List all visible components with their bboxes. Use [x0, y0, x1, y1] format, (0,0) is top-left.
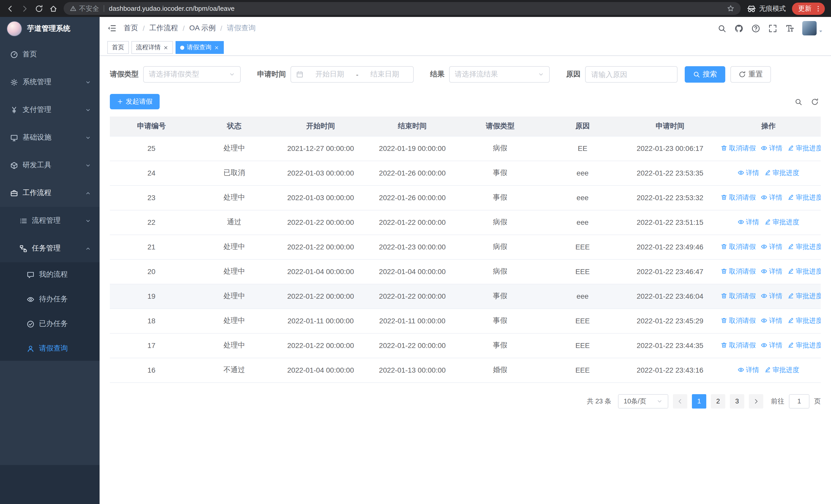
url-text: dashboard.yudao.iocoder.cn/bpm/oa/leave — [109, 5, 727, 12]
cancel-action[interactable]: 取消请假 — [721, 341, 756, 350]
cancel-action[interactable]: 取消请假 — [721, 316, 756, 325]
sidebar-item[interactable]: 研发工具 — [0, 151, 99, 179]
eye-icon — [761, 194, 768, 201]
column-header: 开始时间 — [276, 117, 366, 136]
reset-button[interactable]: 重置 — [730, 66, 771, 83]
progress-action[interactable]: 审批进度 — [787, 242, 821, 251]
detail-action[interactable]: 详情 — [761, 267, 782, 276]
security-warning[interactable]: 不安全 — [70, 4, 99, 13]
cancel-action[interactable]: 取消请假 — [721, 242, 756, 251]
tab[interactable]: 请假查询 — [175, 41, 224, 54]
sidebar-item[interactable]: 支付管理 — [0, 96, 99, 124]
action-label: 取消请假 — [729, 341, 756, 350]
breadcrumb-item: 请假查询 — [227, 24, 256, 33]
cell: 2022-01-26 00:00:00 — [366, 185, 459, 210]
detail-action[interactable]: 详情 — [738, 168, 759, 178]
result-select[interactable]: 请选择流结果 — [449, 66, 550, 83]
cell: 2022-01-22 23:44:35 — [624, 333, 716, 358]
close-icon[interactable] — [214, 45, 219, 50]
progress-action[interactable]: 审批进度 — [764, 168, 799, 178]
chevron-up-icon — [85, 190, 91, 196]
detail-action[interactable]: 详情 — [761, 316, 782, 325]
sidebar-item[interactable]: 已办任务 — [0, 312, 99, 336]
browser-reload-icon[interactable] — [35, 4, 43, 12]
chevron-up-icon — [85, 245, 91, 251]
progress-action[interactable]: 审批进度 — [787, 144, 821, 153]
user-avatar[interactable] — [802, 21, 823, 35]
browser-menu-dots-icon[interactable] — [814, 5, 822, 12]
sidebar-item[interactable]: 待办任务 — [0, 287, 99, 312]
progress-action[interactable]: 审批进度 — [764, 217, 799, 227]
next-page-button[interactable] — [749, 394, 763, 408]
chevron-right-icon — [753, 398, 759, 404]
sidebar-item[interactable]: 系统管理 — [0, 68, 99, 96]
action-label: 详情 — [769, 144, 782, 153]
cell: 2022-01-03 00:00:00 — [276, 161, 366, 185]
help-icon[interactable] — [751, 24, 760, 33]
sidebar-item[interactable]: 我的流程 — [0, 262, 99, 287]
search-button[interactable]: 搜索 — [685, 66, 725, 83]
cell: 22 — [110, 210, 193, 235]
breadcrumb-item[interactable]: OA 示例 — [190, 24, 216, 33]
browser-back-icon[interactable] — [6, 4, 15, 12]
toggle-search-icon[interactable] — [795, 98, 802, 106]
sidebar-item[interactable]: 基础设施 — [0, 124, 99, 151]
sidebar-item[interactable]: 首页 — [0, 40, 99, 68]
create-leave-label: 发起请假 — [126, 97, 152, 106]
progress-action[interactable]: 审批进度 — [787, 193, 821, 202]
app-logo[interactable]: 芋道管理系统 — [0, 17, 99, 40]
progress-action[interactable]: 审批进度 — [787, 341, 821, 350]
breadcrumb-item[interactable]: 工作流程 — [149, 24, 178, 33]
breadcrumb-item[interactable]: 首页 — [124, 24, 138, 33]
action-label: 审批进度 — [796, 242, 821, 251]
detail-action[interactable]: 详情 — [761, 193, 782, 202]
sidebar-item[interactable]: 请假查询 — [0, 336, 99, 361]
cancel-action[interactable]: 取消请假 — [721, 292, 756, 301]
page-size-value: 10条/页 — [624, 396, 657, 406]
sidebar-item[interactable]: 任务管理 — [0, 235, 99, 262]
fullscreen-icon[interactable] — [768, 24, 777, 33]
action-label: 取消请假 — [729, 267, 756, 276]
reason-input[interactable] — [585, 66, 678, 83]
detail-action[interactable]: 详情 — [761, 341, 782, 350]
close-icon[interactable] — [163, 45, 168, 50]
cancel-action[interactable]: 取消请假 — [721, 193, 756, 202]
sidebar-collapse-icon[interactable] — [107, 24, 116, 33]
page-button[interactable]: 2 — [711, 394, 725, 408]
goto-page-input[interactable] — [789, 394, 809, 408]
page-button[interactable]: 1 — [692, 394, 706, 408]
page-button[interactable]: 3 — [730, 394, 744, 408]
progress-action[interactable]: 审批进度 — [764, 365, 799, 375]
create-leave-button[interactable]: 发起请假 — [110, 94, 160, 109]
tab[interactable]: 首页 — [107, 41, 129, 54]
font-size-icon[interactable] — [785, 24, 794, 33]
progress-action[interactable]: 审批进度 — [787, 316, 821, 325]
tab[interactable]: 流程详情 — [132, 41, 173, 54]
update-button[interactable]: 更新 — [792, 2, 825, 14]
prev-page-button[interactable] — [673, 394, 687, 408]
sidebar-item[interactable]: 工作流程 — [0, 179, 99, 207]
cell: 事假 — [459, 284, 541, 308]
apply-time-range-picker[interactable]: 开始日期 - 结束日期 — [290, 66, 414, 83]
eye-icon — [761, 342, 768, 349]
browser-home-icon[interactable] — [49, 4, 57, 12]
detail-action[interactable]: 详情 — [738, 217, 759, 227]
detail-action[interactable]: 详情 — [761, 144, 782, 153]
detail-action[interactable]: 详情 — [738, 365, 759, 375]
cancel-action[interactable]: 取消请假 — [721, 144, 756, 153]
cell: 21 — [110, 235, 193, 259]
header-search-icon[interactable] — [718, 24, 726, 33]
github-icon[interactable] — [735, 24, 743, 33]
leave-type-select[interactable]: 请选择请假类型 — [143, 66, 241, 83]
cancel-action[interactable]: 取消请假 — [721, 267, 756, 276]
detail-action[interactable]: 详情 — [761, 292, 782, 301]
browser-forward-icon[interactable] — [21, 4, 29, 12]
progress-action[interactable]: 审批进度 — [787, 292, 821, 301]
page-size-select[interactable]: 10条/页 — [618, 394, 668, 408]
detail-action[interactable]: 详情 — [761, 242, 782, 251]
bookmark-star-icon[interactable] — [727, 5, 735, 12]
table-refresh-icon[interactable] — [811, 98, 819, 106]
address-bar[interactable]: 不安全 dashboard.yudao.iocoder.cn/bpm/oa/le… — [64, 2, 741, 15]
progress-action[interactable]: 审批进度 — [787, 267, 821, 276]
sidebar-item[interactable]: 流程管理 — [0, 207, 99, 235]
